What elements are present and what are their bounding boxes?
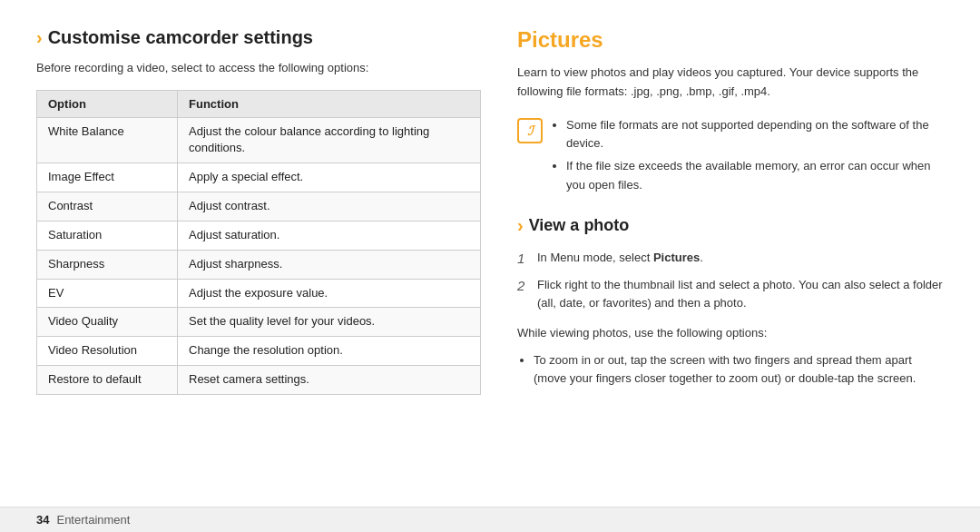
function-cell: Adjust the exposure value. bbox=[178, 279, 481, 308]
steps-list: 1 In Menu mode, select Pictures. 2 Flick… bbox=[517, 249, 944, 312]
table-row: EVAdjust the exposure value. bbox=[37, 279, 481, 308]
function-cell: Adjust contrast. bbox=[178, 192, 481, 222]
table-row: White BalanceAdjust the colour balance a… bbox=[37, 117, 481, 163]
function-cell: Apply a special effect. bbox=[178, 163, 481, 192]
option-cell: Video Resolution bbox=[37, 337, 178, 366]
table-row: SaturationAdjust saturation. bbox=[37, 221, 481, 250]
option-bullet: To zoom in or out, tap the screen with t… bbox=[534, 351, 944, 388]
note-box: ℐ Some file formats are not supported de… bbox=[517, 116, 944, 199]
option-cell: Video Quality bbox=[37, 308, 178, 337]
note-icon: ℐ bbox=[517, 118, 543, 143]
step-2: 2 Flick right to the thumbnail list and … bbox=[517, 276, 944, 311]
option-cell: White Balance bbox=[37, 117, 178, 163]
option-cell: Image Effect bbox=[37, 163, 178, 192]
step1-bold: Pictures bbox=[653, 251, 700, 264]
note-text: Some file formats are not supported depe… bbox=[552, 116, 944, 199]
col-function-header: Function bbox=[178, 90, 481, 117]
function-cell: Adjust the colour balance according to l… bbox=[178, 117, 481, 163]
function-cell: Adjust sharpness. bbox=[178, 250, 481, 279]
function-cell: Adjust saturation. bbox=[178, 221, 481, 250]
table-row: Restore to defaultReset camera settings. bbox=[37, 366, 481, 395]
left-column: › Customise camcorder settings Before re… bbox=[36, 27, 481, 488]
chevron-icon: › bbox=[36, 27, 43, 48]
function-cell: Change the resolution option. bbox=[178, 337, 481, 366]
page-number: 34 bbox=[36, 513, 49, 527]
pictures-intro: Learn to view photos and play videos you… bbox=[517, 64, 944, 102]
pictures-title: Pictures bbox=[517, 27, 944, 53]
table-row: Image EffectApply a special effect. bbox=[37, 163, 481, 192]
option-cell: Saturation bbox=[37, 221, 178, 250]
settings-table: Option Function White BalanceAdjust the … bbox=[36, 90, 481, 395]
option-cell: EV bbox=[37, 279, 178, 308]
note-bullets: Some file formats are not supported depe… bbox=[552, 116, 944, 195]
table-row: ContrastAdjust contrast. bbox=[37, 192, 481, 222]
function-cell: Set the quality level for your videos. bbox=[178, 308, 481, 337]
option-cell: Contrast bbox=[37, 192, 178, 222]
view-photo-label: View a photo bbox=[529, 216, 630, 235]
table-row: Video QualitySet the quality level for y… bbox=[37, 308, 481, 337]
function-cell: Reset camera settings. bbox=[178, 366, 481, 395]
note-bullet: If the file size exceeds the available m… bbox=[566, 157, 944, 195]
option-cell: Sharpness bbox=[37, 250, 178, 279]
view-photo-title: › View a photo bbox=[517, 215, 944, 236]
table-row: SharpnessAdjust sharpness. bbox=[37, 250, 481, 279]
chevron-icon-2: › bbox=[517, 215, 524, 236]
while-text: While viewing photos, use the following … bbox=[517, 324, 944, 342]
footer: 34 Entertainment bbox=[0, 507, 980, 532]
left-section-title: › Customise camcorder settings bbox=[36, 27, 481, 48]
footer-section: Entertainment bbox=[56, 513, 130, 527]
intro-text: Before recording a video, select to acce… bbox=[36, 59, 481, 77]
note-bullet: Some file formats are not supported depe… bbox=[566, 116, 944, 154]
options-bullets: To zoom in or out, tap the screen with t… bbox=[517, 351, 944, 388]
step-1: 1 In Menu mode, select Pictures. bbox=[517, 249, 944, 270]
customise-title: Customise camcorder settings bbox=[48, 27, 313, 48]
option-cell: Restore to default bbox=[37, 366, 178, 395]
table-row: Video ResolutionChange the resolution op… bbox=[37, 337, 481, 366]
col-option-header: Option bbox=[37, 90, 178, 117]
right-column: Pictures Learn to view photos and play v… bbox=[517, 27, 944, 488]
